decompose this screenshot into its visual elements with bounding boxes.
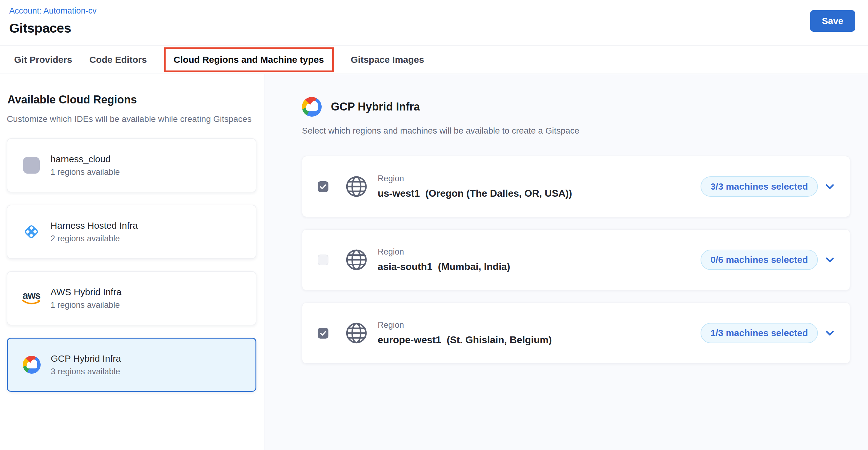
- infra-card-aws-hybrid[interactable]: aws AWS Hybrid Infra 1 regions available: [7, 271, 256, 325]
- region-list: Region us-west1 (Oregon (The Dalles, OR,…: [302, 156, 850, 363]
- region-name: asia-south1: [378, 261, 432, 272]
- region-location: (Mumbai, India): [438, 261, 510, 272]
- tab-git-providers[interactable]: Git Providers: [14, 55, 72, 65]
- gray-square-icon: [22, 155, 41, 175]
- chevron-down-icon[interactable]: [824, 254, 836, 266]
- region-label: Region: [378, 320, 552, 330]
- region-checkbox[interactable]: [318, 181, 329, 192]
- infra-name: harness_cloud: [51, 154, 120, 164]
- region-location: (Oregon (The Dalles, OR, USA)): [425, 188, 572, 199]
- gcp-logo-icon: [302, 97, 322, 117]
- chevron-down-icon[interactable]: [824, 327, 836, 339]
- region-card-europe-west1: Region europe-west1 (St. Ghislain, Belgi…: [302, 302, 850, 363]
- region-card-asia-south1: Region asia-south1 (Mumbai, India) 0/6 m…: [302, 229, 850, 290]
- infra-regions-count: 2 regions available: [51, 234, 137, 244]
- region-checkbox[interactable]: [318, 255, 329, 265]
- globe-icon: [344, 248, 368, 272]
- infra-regions-count: 3 regions available: [51, 367, 121, 377]
- tab-gitspace-images[interactable]: Gitspace Images: [351, 55, 424, 65]
- panel-heading: GCP Hybrid Infra: [331, 100, 420, 113]
- region-name: europe-west1: [378, 334, 441, 346]
- sidebar-heading: Available Cloud Regions: [7, 93, 256, 106]
- sidebar-subheading: Customize which IDEs will be available w…: [7, 114, 256, 124]
- infra-name: AWS Hybrid Infra: [51, 287, 122, 297]
- tab-cloud-regions-and-machine-types[interactable]: Cloud Regions and Machine types: [164, 47, 333, 72]
- infra-regions-count: 1 regions available: [51, 167, 120, 177]
- page-header: Account: Automation-cv Gitspaces Save: [0, 0, 868, 45]
- region-card-us-west1: Region us-west1 (Oregon (The Dalles, OR,…: [302, 156, 850, 217]
- infra-card-harness-hosted[interactable]: Harness Hosted Infra 2 regions available: [7, 205, 256, 259]
- tab-code-editors[interactable]: Code Editors: [89, 55, 147, 65]
- settings-tab-bar: Git Providers Code Editors Cloud Regions…: [0, 45, 868, 74]
- machines-selected-badge[interactable]: 1/3 machines selected: [701, 323, 818, 343]
- content-split: Available Cloud Regions Customize which …: [0, 74, 868, 450]
- gcp-logo-icon: [22, 355, 41, 375]
- gcp-regions-panel: GCP Hybrid Infra Select which regions an…: [265, 74, 868, 450]
- gitspaces-settings-page: Account: Automation-cv Gitspaces Save Gi…: [0, 0, 868, 450]
- machines-selected-badge[interactable]: 0/6 machines selected: [701, 250, 818, 270]
- infra-name: GCP Hybrid Infra: [51, 353, 121, 364]
- chevron-down-icon[interactable]: [824, 181, 836, 192]
- account-breadcrumb-link[interactable]: Account: Automation-cv: [9, 6, 97, 16]
- panel-subheading: Select which regions and machines will b…: [302, 126, 868, 136]
- harness-logo-icon: [22, 222, 41, 242]
- panel-header: GCP Hybrid Infra: [302, 97, 868, 117]
- region-name: us-west1: [378, 188, 420, 199]
- machines-selected-badge[interactable]: 3/3 machines selected: [701, 176, 818, 197]
- aws-logo-icon: aws: [22, 288, 41, 308]
- globe-icon: [344, 174, 368, 198]
- infra-name: Harness Hosted Infra: [51, 220, 137, 231]
- infra-card-gcp-hybrid-selected[interactable]: GCP Hybrid Infra 3 regions available: [7, 338, 256, 392]
- save-button[interactable]: Save: [810, 10, 855, 32]
- region-checkbox[interactable]: [318, 328, 329, 339]
- page-title: Gitspaces: [9, 21, 855, 36]
- infra-regions-count: 1 regions available: [51, 300, 122, 310]
- region-label: Region: [378, 247, 510, 257]
- infra-list: harness_cloud 1 regions available: [7, 138, 256, 392]
- region-location: (St. Ghislain, Belgium): [446, 334, 552, 346]
- globe-icon: [344, 321, 368, 345]
- region-label: Region: [378, 174, 572, 184]
- cloud-regions-sidebar: Available Cloud Regions Customize which …: [0, 74, 265, 450]
- infra-card-harness-cloud[interactable]: harness_cloud 1 regions available: [7, 138, 256, 192]
